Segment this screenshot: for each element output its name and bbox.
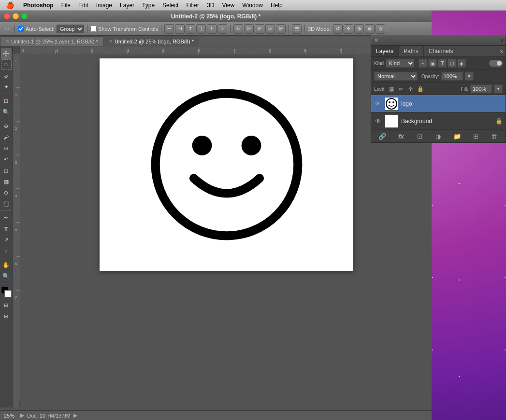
- dist-center-btn[interactable]: ⊪: [244, 24, 254, 34]
- menu-edit[interactable]: Edit: [74, 0, 92, 10]
- tab-layers[interactable]: Layers: [371, 46, 399, 56]
- tab-close-icon[interactable]: ✕: [5, 39, 9, 44]
- filter-adjust-icon[interactable]: ◉: [428, 59, 437, 68]
- align-top-btn[interactable]: ⊥: [196, 24, 206, 34]
- fill-menu-icon[interactable]: ▼: [494, 84, 503, 93]
- type-tool[interactable]: T: [1, 224, 12, 234]
- show-transform-checkbox[interactable]: [90, 26, 97, 32]
- 3d-zoom-btn[interactable]: ⊕: [354, 24, 364, 34]
- path-selection-tool[interactable]: ↗: [1, 235, 12, 245]
- panel-collapse-icon[interactable]: »: [500, 47, 504, 55]
- dodge-tool[interactable]: ◯: [1, 198, 12, 209]
- tab-paths[interactable]: Paths: [399, 46, 424, 56]
- menu-select[interactable]: Select: [159, 0, 182, 10]
- align-center-btn[interactable]: ⊣: [175, 24, 185, 34]
- maximize-button[interactable]: [21, 13, 28, 19]
- layer-item-background[interactable]: 👁 Background 🔒: [371, 112, 506, 130]
- align-middle-btn[interactable]: ⊦: [207, 24, 217, 34]
- auto-select-checkbox[interactable]: [18, 26, 24, 32]
- align-right-btn[interactable]: ⊤: [186, 24, 195, 34]
- menu-help[interactable]: Help: [267, 0, 287, 10]
- opacity-input[interactable]: [441, 72, 463, 81]
- menu-filter[interactable]: Filter: [182, 0, 203, 10]
- magic-wand-tool[interactable]: ✦: [1, 82, 12, 92]
- fill-input[interactable]: [470, 84, 492, 93]
- tab-close-icon-active[interactable]: ✕: [109, 39, 113, 44]
- pen-tool[interactable]: ✒: [1, 212, 12, 223]
- quick-mask-btn[interactable]: ⊞: [1, 300, 12, 310]
- healing-brush-tool[interactable]: ⊕: [1, 121, 12, 131]
- lock-position-icon[interactable]: ✛: [407, 85, 415, 93]
- layer-visibility-logo[interactable]: 👁: [374, 100, 382, 108]
- panel-menu-icon[interactable]: ≡: [501, 38, 504, 43]
- align-left-btn[interactable]: ⊢: [164, 24, 174, 34]
- 3d-camera-btn[interactable]: ⊙: [376, 24, 385, 34]
- lock-all-icon[interactable]: 🔒: [417, 85, 424, 93]
- 3d-rotate-btn[interactable]: ↺: [333, 24, 343, 34]
- fill-adj-btn[interactable]: ◑: [433, 132, 444, 141]
- layer-link-btn[interactable]: 🔗: [377, 132, 388, 141]
- menu-file[interactable]: File: [58, 0, 74, 10]
- panel-close-icon[interactable]: ✕: [374, 37, 378, 43]
- arrange-btn[interactable]: ☰: [292, 24, 302, 34]
- filter-shape-icon[interactable]: ⬡: [448, 59, 456, 68]
- filter-pixel-icon[interactable]: ▪: [419, 59, 427, 68]
- dist-left-btn[interactable]: ⊫: [233, 24, 243, 34]
- tab-untitled1[interactable]: ✕ Untitled-1 @ 25% (Layer 1, RGB/8) *: [0, 36, 103, 46]
- tab-untitled2[interactable]: ✕ Untitled-2 @ 25% (logo, RGB/8) *: [103, 36, 199, 46]
- eyedropper-tool[interactable]: 🔍: [1, 107, 12, 117]
- auto-select-type[interactable]: Group Layer: [57, 25, 84, 33]
- layer-visibility-bg[interactable]: 👁: [374, 117, 382, 125]
- brush-tool[interactable]: 🖌: [1, 132, 12, 142]
- background-color[interactable]: [4, 290, 12, 297]
- opacity-menu-icon[interactable]: ▼: [465, 72, 474, 81]
- add-mask-btn[interactable]: ⊡: [414, 132, 425, 141]
- move-tool[interactable]: [1, 48, 12, 59]
- menu-view[interactable]: View: [218, 0, 238, 10]
- 3d-roll-btn[interactable]: ⊗: [365, 24, 375, 34]
- menu-3d[interactable]: 3D: [203, 0, 218, 10]
- tab-channels[interactable]: Channels: [424, 46, 459, 56]
- lock-paint-icon[interactable]: ✏: [397, 85, 405, 93]
- minimize-button[interactable]: [13, 13, 19, 19]
- delete-layer-btn[interactable]: 🗑: [489, 132, 500, 141]
- app-name[interactable]: Photoshop: [19, 2, 58, 9]
- marquee-tool[interactable]: □: [1, 59, 12, 70]
- shape-tool[interactable]: ○: [1, 246, 12, 256]
- filter-toggle[interactable]: [489, 60, 503, 67]
- hand-tool[interactable]: ✋: [1, 260, 12, 270]
- clone-stamp-tool[interactable]: ⊘: [1, 143, 12, 154]
- layer-item-logo[interactable]: 👁 logo: [371, 95, 506, 112]
- svg-text:5: 5: [15, 228, 17, 232]
- close-button[interactable]: [4, 13, 10, 19]
- align-bottom-btn[interactable]: ⊧: [217, 24, 227, 34]
- menu-window[interactable]: Window: [238, 0, 267, 10]
- status-expand[interactable]: ▶: [73, 412, 77, 419]
- crop-tool[interactable]: ⊡: [1, 96, 12, 106]
- menu-layer[interactable]: Layer: [116, 0, 138, 10]
- lock-transparent-icon[interactable]: ▦: [388, 85, 395, 93]
- history-brush-tool[interactable]: ↶: [1, 154, 12, 165]
- gradient-tool[interactable]: ▦: [1, 176, 12, 187]
- dist-top-btn[interactable]: ⊭: [265, 24, 275, 34]
- layer-fx-btn[interactable]: fx: [396, 132, 406, 141]
- kind-select[interactable]: Kind: [386, 59, 415, 68]
- blur-tool[interactable]: ⊙: [1, 187, 12, 198]
- new-layer-btn[interactable]: ⊞: [470, 132, 481, 141]
- 3d-pan-btn[interactable]: ✛: [344, 24, 353, 34]
- filter-smart-icon[interactable]: ◈: [457, 59, 466, 68]
- new-group-btn[interactable]: 📁: [452, 132, 463, 141]
- zoom-tool[interactable]: 🔍: [1, 271, 12, 281]
- blend-mode-select[interactable]: Normal Multiply Screen: [374, 72, 418, 81]
- screen-mode-btn[interactable]: ⊟: [1, 311, 12, 322]
- lasso-tool[interactable]: ⌀: [1, 70, 12, 81]
- dist-right-btn[interactable]: ⊬: [255, 24, 264, 34]
- menu-type[interactable]: Type: [138, 0, 159, 10]
- filter-type-icon[interactable]: T: [438, 59, 447, 68]
- menu-image[interactable]: Image: [92, 0, 116, 10]
- move-tool-icon[interactable]: ⊹: [2, 24, 12, 34]
- status-arrow[interactable]: ▶: [20, 412, 24, 419]
- apple-menu[interactable]: 🍎: [0, 1, 19, 9]
- dist-middle-btn[interactable]: ⊮: [276, 24, 286, 34]
- eraser-tool[interactable]: ◻: [1, 165, 12, 176]
